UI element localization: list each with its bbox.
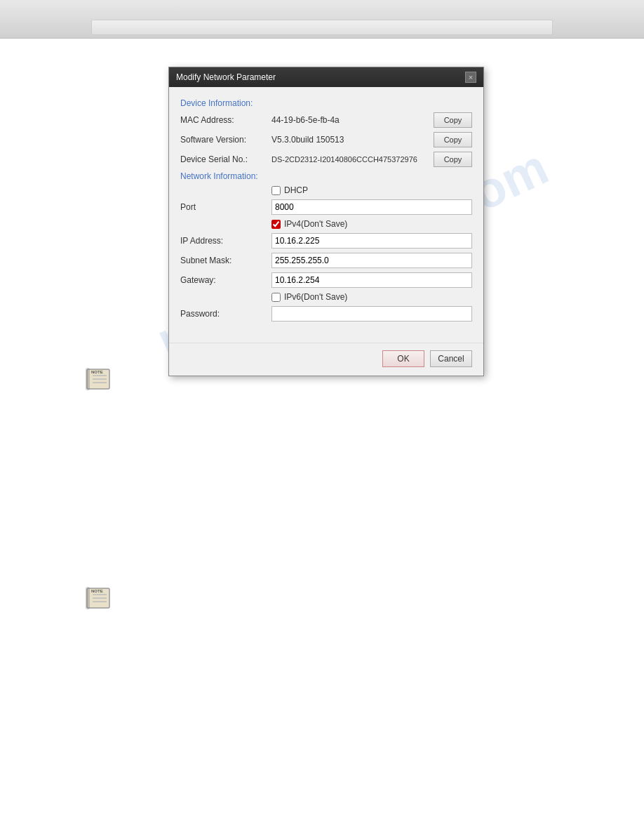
port-label: Port: [180, 202, 271, 212]
top-bar-inner: [91, 20, 553, 35]
modal-dialog: Modify Network Parameter × Device Inform…: [168, 67, 484, 376]
copy-serial-button[interactable]: Copy: [434, 152, 472, 167]
dhcp-row: DHCP: [271, 185, 472, 195]
svg-text:NOTE: NOTE: [91, 589, 103, 593]
ipv4-row: IPv4(Don't Save): [271, 219, 472, 229]
password-label: Password:: [180, 309, 271, 319]
ok-button[interactable]: OK: [382, 350, 424, 367]
subnet-row: Subnet Mask:: [180, 253, 472, 268]
page-content: manualshive.com Modify Network Parameter…: [0, 0, 644, 834]
device-info-label: Device Information:: [180, 98, 472, 108]
modal-close-button[interactable]: ×: [465, 72, 476, 83]
cancel-button[interactable]: Cancel: [430, 350, 472, 367]
password-input[interactable]: [271, 306, 472, 322]
subnet-input[interactable]: [271, 253, 472, 268]
note-icon-1: NOTE: [84, 364, 112, 392]
ipv6-label: IPv6(Don't Save): [284, 292, 347, 302]
subnet-label: Subnet Mask:: [180, 256, 271, 265]
ip-label: IP Address:: [180, 236, 271, 246]
note-svg-2: NOTE: [84, 583, 112, 611]
note-icon-2: NOTE: [84, 583, 112, 611]
dhcp-checkbox[interactable]: [271, 186, 281, 195]
mac-label: MAC Address:: [180, 115, 271, 125]
network-info-label: Network Information:: [180, 171, 472, 181]
ip-row: IP Address:: [180, 233, 472, 249]
copy-mac-button[interactable]: Copy: [434, 112, 472, 128]
serial-row: Device Serial No.: DS-2CD2312-I20140806C…: [180, 152, 472, 167]
note-svg-1: NOTE: [84, 364, 112, 392]
mac-value: 44-19-b6-5e-fb-4a: [271, 115, 428, 125]
ipv6-row: IPv6(Don't Save): [271, 292, 472, 302]
gateway-row: Gateway:: [180, 272, 472, 288]
software-label: Software Version:: [180, 135, 271, 145]
serial-label: Device Serial No.:: [180, 154, 271, 164]
software-value: V5.3.0build 150513: [271, 135, 428, 145]
gateway-input[interactable]: [271, 272, 472, 288]
port-input[interactable]: [271, 199, 472, 215]
mac-row: MAC Address: 44-19-b6-5e-fb-4a Copy: [180, 112, 472, 128]
modal-footer: OK Cancel: [169, 343, 483, 376]
modal-title: Modify Network Parameter: [176, 72, 276, 82]
modal-titlebar: Modify Network Parameter ×: [169, 67, 483, 87]
ipv6-checkbox[interactable]: [271, 293, 281, 302]
svg-text:NOTE: NOTE: [91, 370, 103, 374]
password-row: Password:: [180, 306, 472, 322]
ip-input[interactable]: [271, 233, 472, 249]
software-row: Software Version: V5.3.0build 150513 Cop…: [180, 132, 472, 147]
svg-rect-7: [86, 587, 90, 609]
modal-body: Device Information: MAC Address: 44-19-b…: [169, 87, 483, 337]
top-bar: [0, 0, 644, 39]
gateway-label: Gateway:: [180, 275, 271, 285]
ipv4-label: IPv4(Don't Save): [284, 219, 347, 229]
ipv4-checkbox[interactable]: [271, 220, 281, 229]
serial-value: DS-2CD2312-I20140806CCCH475372976: [271, 155, 428, 164]
dhcp-label: DHCP: [284, 185, 308, 195]
port-row: Port: [180, 199, 472, 215]
svg-rect-1: [86, 368, 90, 390]
copy-software-button[interactable]: Copy: [434, 132, 472, 147]
